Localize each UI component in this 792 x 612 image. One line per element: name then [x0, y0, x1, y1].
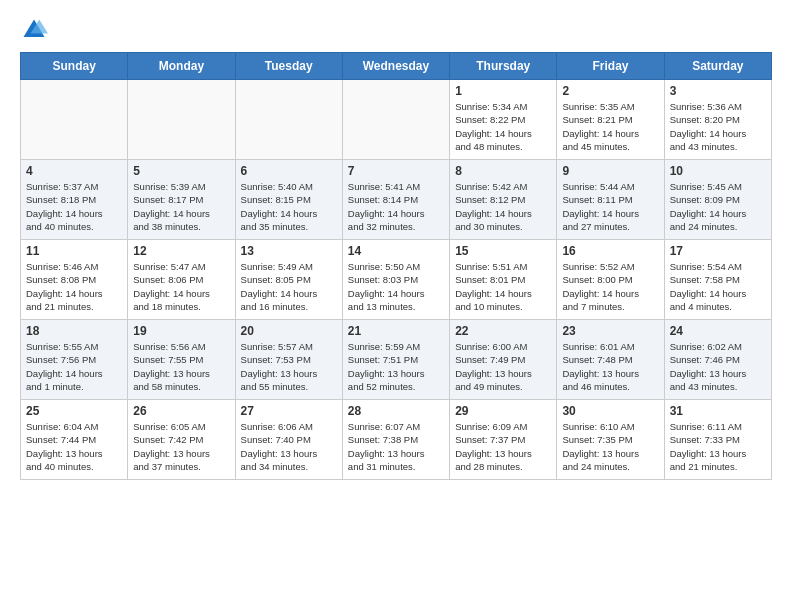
day-number: 25	[26, 404, 122, 418]
day-info: Sunrise: 5:37 AM Sunset: 8:18 PM Dayligh…	[26, 180, 122, 233]
calendar-cell: 26Sunrise: 6:05 AM Sunset: 7:42 PM Dayli…	[128, 400, 235, 480]
day-header-sunday: Sunday	[21, 53, 128, 80]
day-number: 11	[26, 244, 122, 258]
calendar-cell: 1Sunrise: 5:34 AM Sunset: 8:22 PM Daylig…	[450, 80, 557, 160]
day-info: Sunrise: 5:51 AM Sunset: 8:01 PM Dayligh…	[455, 260, 551, 313]
day-info: Sunrise: 5:34 AM Sunset: 8:22 PM Dayligh…	[455, 100, 551, 153]
calendar-cell: 6Sunrise: 5:40 AM Sunset: 8:15 PM Daylig…	[235, 160, 342, 240]
page: SundayMondayTuesdayWednesdayThursdayFrid…	[0, 0, 792, 496]
calendar-cell: 17Sunrise: 5:54 AM Sunset: 7:58 PM Dayli…	[664, 240, 771, 320]
day-info: Sunrise: 6:11 AM Sunset: 7:33 PM Dayligh…	[670, 420, 766, 473]
logo	[20, 16, 52, 44]
calendar-cell	[235, 80, 342, 160]
calendar-cell: 7Sunrise: 5:41 AM Sunset: 8:14 PM Daylig…	[342, 160, 449, 240]
calendar-cell	[342, 80, 449, 160]
day-header-tuesday: Tuesday	[235, 53, 342, 80]
calendar-cell: 21Sunrise: 5:59 AM Sunset: 7:51 PM Dayli…	[342, 320, 449, 400]
day-number: 30	[562, 404, 658, 418]
day-number: 24	[670, 324, 766, 338]
day-info: Sunrise: 5:36 AM Sunset: 8:20 PM Dayligh…	[670, 100, 766, 153]
day-info: Sunrise: 5:50 AM Sunset: 8:03 PM Dayligh…	[348, 260, 444, 313]
day-number: 27	[241, 404, 337, 418]
day-info: Sunrise: 5:56 AM Sunset: 7:55 PM Dayligh…	[133, 340, 229, 393]
calendar-cell: 19Sunrise: 5:56 AM Sunset: 7:55 PM Dayli…	[128, 320, 235, 400]
day-info: Sunrise: 6:05 AM Sunset: 7:42 PM Dayligh…	[133, 420, 229, 473]
calendar-cell: 4Sunrise: 5:37 AM Sunset: 8:18 PM Daylig…	[21, 160, 128, 240]
day-info: Sunrise: 6:01 AM Sunset: 7:48 PM Dayligh…	[562, 340, 658, 393]
calendar-cell	[128, 80, 235, 160]
calendar-cell: 23Sunrise: 6:01 AM Sunset: 7:48 PM Dayli…	[557, 320, 664, 400]
day-number: 3	[670, 84, 766, 98]
calendar-cell: 16Sunrise: 5:52 AM Sunset: 8:00 PM Dayli…	[557, 240, 664, 320]
calendar-cell: 28Sunrise: 6:07 AM Sunset: 7:38 PM Dayli…	[342, 400, 449, 480]
day-number: 8	[455, 164, 551, 178]
day-number: 13	[241, 244, 337, 258]
calendar-cell: 24Sunrise: 6:02 AM Sunset: 7:46 PM Dayli…	[664, 320, 771, 400]
day-number: 18	[26, 324, 122, 338]
calendar-header: SundayMondayTuesdayWednesdayThursdayFrid…	[21, 53, 772, 80]
day-header-friday: Friday	[557, 53, 664, 80]
calendar: SundayMondayTuesdayWednesdayThursdayFrid…	[20, 52, 772, 480]
day-info: Sunrise: 6:00 AM Sunset: 7:49 PM Dayligh…	[455, 340, 551, 393]
day-info: Sunrise: 5:57 AM Sunset: 7:53 PM Dayligh…	[241, 340, 337, 393]
calendar-cell: 18Sunrise: 5:55 AM Sunset: 7:56 PM Dayli…	[21, 320, 128, 400]
day-info: Sunrise: 6:06 AM Sunset: 7:40 PM Dayligh…	[241, 420, 337, 473]
day-number: 15	[455, 244, 551, 258]
day-number: 22	[455, 324, 551, 338]
day-info: Sunrise: 6:04 AM Sunset: 7:44 PM Dayligh…	[26, 420, 122, 473]
week-row-1: 1Sunrise: 5:34 AM Sunset: 8:22 PM Daylig…	[21, 80, 772, 160]
week-row-5: 25Sunrise: 6:04 AM Sunset: 7:44 PM Dayli…	[21, 400, 772, 480]
day-number: 4	[26, 164, 122, 178]
calendar-cell: 20Sunrise: 5:57 AM Sunset: 7:53 PM Dayli…	[235, 320, 342, 400]
day-info: Sunrise: 5:45 AM Sunset: 8:09 PM Dayligh…	[670, 180, 766, 233]
day-number: 5	[133, 164, 229, 178]
calendar-cell: 3Sunrise: 5:36 AM Sunset: 8:20 PM Daylig…	[664, 80, 771, 160]
calendar-cell: 9Sunrise: 5:44 AM Sunset: 8:11 PM Daylig…	[557, 160, 664, 240]
day-number: 2	[562, 84, 658, 98]
calendar-cell: 27Sunrise: 6:06 AM Sunset: 7:40 PM Dayli…	[235, 400, 342, 480]
calendar-cell	[21, 80, 128, 160]
day-header-wednesday: Wednesday	[342, 53, 449, 80]
calendar-cell: 8Sunrise: 5:42 AM Sunset: 8:12 PM Daylig…	[450, 160, 557, 240]
day-number: 21	[348, 324, 444, 338]
day-info: Sunrise: 5:54 AM Sunset: 7:58 PM Dayligh…	[670, 260, 766, 313]
calendar-cell: 13Sunrise: 5:49 AM Sunset: 8:05 PM Dayli…	[235, 240, 342, 320]
week-row-3: 11Sunrise: 5:46 AM Sunset: 8:08 PM Dayli…	[21, 240, 772, 320]
calendar-cell: 2Sunrise: 5:35 AM Sunset: 8:21 PM Daylig…	[557, 80, 664, 160]
day-number: 19	[133, 324, 229, 338]
week-row-2: 4Sunrise: 5:37 AM Sunset: 8:18 PM Daylig…	[21, 160, 772, 240]
week-row-4: 18Sunrise: 5:55 AM Sunset: 7:56 PM Dayli…	[21, 320, 772, 400]
day-info: Sunrise: 5:46 AM Sunset: 8:08 PM Dayligh…	[26, 260, 122, 313]
day-number: 1	[455, 84, 551, 98]
calendar-cell: 14Sunrise: 5:50 AM Sunset: 8:03 PM Dayli…	[342, 240, 449, 320]
calendar-cell: 22Sunrise: 6:00 AM Sunset: 7:49 PM Dayli…	[450, 320, 557, 400]
day-number: 9	[562, 164, 658, 178]
logo-icon	[20, 16, 48, 44]
calendar-cell: 31Sunrise: 6:11 AM Sunset: 7:33 PM Dayli…	[664, 400, 771, 480]
day-info: Sunrise: 5:55 AM Sunset: 7:56 PM Dayligh…	[26, 340, 122, 393]
day-header-saturday: Saturday	[664, 53, 771, 80]
calendar-cell: 10Sunrise: 5:45 AM Sunset: 8:09 PM Dayli…	[664, 160, 771, 240]
day-number: 29	[455, 404, 551, 418]
calendar-cell: 15Sunrise: 5:51 AM Sunset: 8:01 PM Dayli…	[450, 240, 557, 320]
day-info: Sunrise: 5:41 AM Sunset: 8:14 PM Dayligh…	[348, 180, 444, 233]
day-number: 17	[670, 244, 766, 258]
day-info: Sunrise: 5:39 AM Sunset: 8:17 PM Dayligh…	[133, 180, 229, 233]
day-info: Sunrise: 5:47 AM Sunset: 8:06 PM Dayligh…	[133, 260, 229, 313]
header	[20, 16, 772, 44]
day-number: 14	[348, 244, 444, 258]
day-number: 16	[562, 244, 658, 258]
day-info: Sunrise: 5:44 AM Sunset: 8:11 PM Dayligh…	[562, 180, 658, 233]
day-number: 6	[241, 164, 337, 178]
day-number: 23	[562, 324, 658, 338]
day-number: 31	[670, 404, 766, 418]
day-number: 7	[348, 164, 444, 178]
calendar-cell: 5Sunrise: 5:39 AM Sunset: 8:17 PM Daylig…	[128, 160, 235, 240]
day-info: Sunrise: 5:42 AM Sunset: 8:12 PM Dayligh…	[455, 180, 551, 233]
day-info: Sunrise: 6:10 AM Sunset: 7:35 PM Dayligh…	[562, 420, 658, 473]
day-info: Sunrise: 5:52 AM Sunset: 8:00 PM Dayligh…	[562, 260, 658, 313]
calendar-cell: 11Sunrise: 5:46 AM Sunset: 8:08 PM Dayli…	[21, 240, 128, 320]
day-info: Sunrise: 5:40 AM Sunset: 8:15 PM Dayligh…	[241, 180, 337, 233]
calendar-cell: 29Sunrise: 6:09 AM Sunset: 7:37 PM Dayli…	[450, 400, 557, 480]
day-info: Sunrise: 5:35 AM Sunset: 8:21 PM Dayligh…	[562, 100, 658, 153]
